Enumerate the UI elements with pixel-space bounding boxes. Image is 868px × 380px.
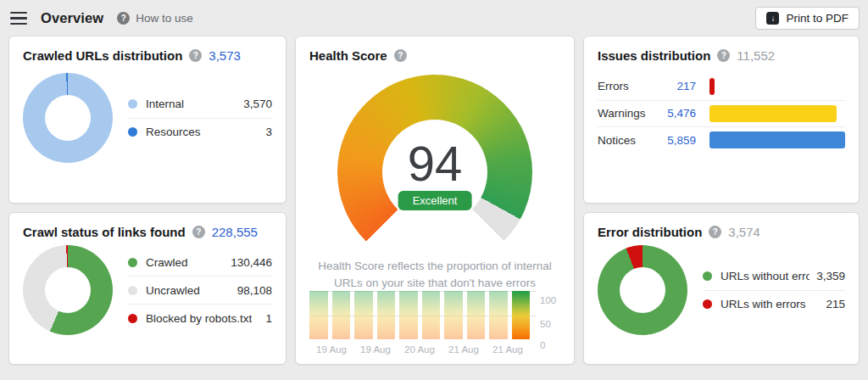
how-to-use-link[interactable]: ? How to use	[117, 12, 193, 25]
crawl-status-total-link[interactable]: 228,555	[212, 225, 258, 239]
crawl-status-donut-chart	[23, 245, 113, 335]
error-distribution-donut-chart	[598, 245, 687, 335]
help-icon[interactable]: ?	[709, 226, 721, 238]
history-date-label: 21 Aug	[442, 344, 486, 355]
error-distribution-content: URLs without errors3,359URLs with errors…	[598, 245, 845, 335]
history-date-label: 19 Aug	[353, 344, 398, 355]
issue-row: Errors217	[598, 73, 845, 100]
help-icon[interactable]: ?	[189, 49, 202, 62]
issue-bar-track	[709, 131, 845, 148]
health-score-value: 94	[337, 139, 532, 188]
history-x-axis-labels: 19 Aug19 Aug20 Aug21 Aug21 Aug	[309, 344, 530, 355]
menu-icon[interactable]	[10, 12, 27, 25]
history-bars	[309, 291, 530, 339]
issue-count-link[interactable]: 5,476	[655, 107, 696, 120]
legend-value: 1	[259, 312, 272, 325]
help-icon[interactable]: ?	[192, 226, 205, 238]
history-bar-past	[332, 291, 351, 339]
legend-value: 3,570	[236, 98, 272, 110]
middle-column: Health Score ? 94 Excellent Health Score…	[295, 36, 575, 365]
health-score-gauge-chart: 94 Excellent	[337, 75, 532, 251]
issue-label: Warnings	[598, 107, 655, 120]
legend-color-dot	[128, 286, 137, 295]
issue-bar-track	[709, 105, 845, 122]
error-distribution-legend: URLs without errors3,359URLs with errors…	[703, 263, 845, 318]
issues-distribution-card: Issues distribution ? 11,552 Errors217Wa…	[583, 36, 860, 204]
legend-color-dot	[128, 127, 137, 137]
health-score-history-chart: 19 Aug19 Aug20 Aug21 Aug21 Aug 100 50 0	[309, 291, 560, 355]
help-icon[interactable]: ?	[394, 49, 407, 62]
history-bar-past	[489, 291, 508, 339]
history-plot-area: 19 Aug19 Aug20 Aug21 Aug21 Aug	[309, 291, 530, 355]
issue-count-link[interactable]: 5,859	[655, 134, 696, 147]
dashboard-grid: Crawled URLs distribution ? 3,573 Intern…	[0, 36, 868, 365]
legend-value: 215	[819, 298, 845, 310]
issue-row: Warnings5,476	[598, 100, 845, 127]
history-y-axis: 100 50 0	[530, 291, 560, 355]
crawl-status-header: Crawl status of links found ? 228,555	[23, 225, 272, 239]
y-tick-50: 50	[540, 319, 551, 329]
issues-bar-chart: Errors217Warnings5,476Notices5,859	[598, 73, 845, 154]
health-score-card: Health Score ? 94 Excellent Health Score…	[295, 36, 575, 365]
print-to-pdf-label: Print to PDF	[786, 12, 849, 25]
right-column: Issues distribution ? 11,552 Errors217Wa…	[583, 36, 860, 365]
card-title: Crawl status of links found	[23, 225, 186, 239]
pdf-download-icon: ↓	[766, 12, 779, 25]
issue-label: Notices	[598, 134, 655, 147]
issue-bar	[709, 78, 715, 95]
crawled-urls-card: Crawled URLs distribution ? 3,573 Intern…	[8, 36, 287, 204]
error-distribution-header: Error distribution ? 3,574	[598, 225, 845, 239]
legend-value: 3	[259, 126, 272, 138]
legend-item: URLs with errors215	[703, 290, 845, 318]
legend-item: Internal3,570	[128, 91, 272, 118]
issue-row: Notices5,859	[598, 126, 845, 154]
crawled-urls-header: Crawled URLs distribution ? 3,573	[23, 48, 272, 63]
legend-color-dot	[128, 99, 137, 109]
history-bar-past	[422, 291, 441, 339]
legend-value: 98,108	[231, 284, 272, 297]
help-icon[interactable]: ?	[717, 49, 730, 62]
legend-label: Crawled	[146, 256, 188, 269]
issue-label: Errors	[598, 80, 655, 92]
crawled-urls-donut-chart	[23, 73, 113, 163]
legend-item: Blocked by robots.txt1	[128, 304, 272, 332]
y-tick-0: 0	[540, 340, 545, 350]
legend-item: Crawled130,446	[128, 249, 272, 276]
health-score-rating-badge: Excellent	[398, 191, 472, 210]
legend-label: Blocked by robots.txt	[146, 312, 252, 325]
history-bar-current	[512, 291, 531, 339]
crawl-status-legend: Crawled130,446Uncrawled98,108Blocked by …	[128, 249, 272, 332]
issues-header: Issues distribution ? 11,552	[598, 48, 845, 63]
how-to-use-label: How to use	[136, 12, 193, 25]
top-bar: Overview ? How to use ↓ Print to PDF	[0, 0, 868, 36]
issue-bar-track	[709, 78, 845, 95]
legend-color-dot	[128, 314, 137, 323]
legend-color-dot	[703, 299, 712, 309]
history-bar-past	[309, 291, 328, 339]
issue-bar	[709, 105, 837, 122]
error-distribution-total: 3,574	[728, 225, 760, 239]
legend-item: Resources3	[128, 118, 272, 146]
issue-count-link[interactable]: 217	[655, 80, 696, 92]
health-score-header: Health Score ?	[309, 48, 560, 63]
card-title: Error distribution	[598, 225, 702, 239]
history-date-label: 20 Aug	[398, 344, 442, 355]
help-icon: ?	[117, 12, 130, 25]
left-column: Crawled URLs distribution ? 3,573 Intern…	[8, 36, 287, 365]
crawled-urls-total-link[interactable]: 3,573	[209, 48, 241, 63]
issue-bar	[709, 131, 845, 148]
legend-color-dot	[703, 271, 712, 281]
history-date-label: 19 Aug	[309, 344, 353, 355]
card-title: Crawled URLs distribution	[23, 48, 182, 63]
card-title: Health Score	[309, 48, 387, 63]
crawl-status-card: Crawl status of links found ? 228,555 Cr…	[8, 212, 287, 365]
error-distribution-card: Error distribution ? 3,574 URLs without …	[583, 212, 860, 365]
history-bar-past	[467, 291, 486, 339]
card-title: Issues distribution	[598, 48, 710, 63]
page-title: Overview	[41, 10, 103, 26]
legend-label: Internal	[146, 98, 184, 110]
print-to-pdf-button[interactable]: ↓ Print to PDF	[755, 7, 860, 30]
legend-item: URLs without errors3,359	[703, 263, 845, 290]
legend-value: 130,446	[224, 256, 272, 269]
history-bar-past	[444, 291, 463, 339]
